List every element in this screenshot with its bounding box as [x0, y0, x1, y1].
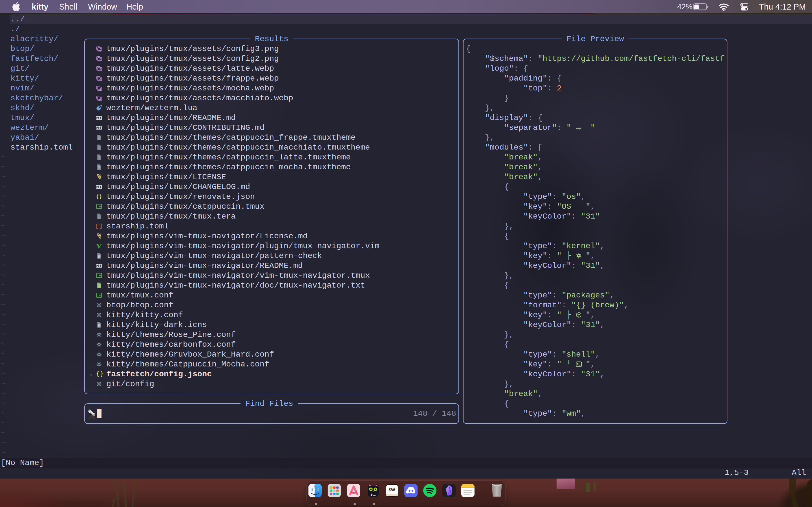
svg-text:$W: $W: [389, 487, 395, 492]
